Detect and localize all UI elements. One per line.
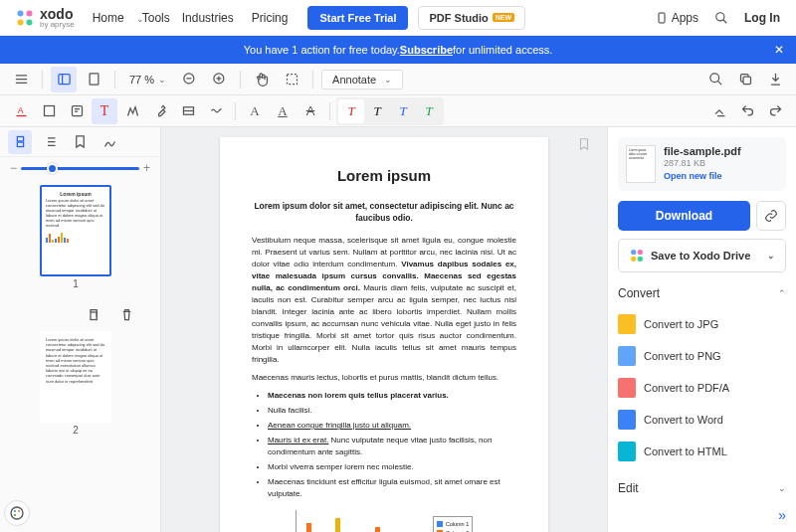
nav-pricing[interactable]: Pricing xyxy=(252,11,289,25)
panel-toggle-icon[interactable] xyxy=(51,67,77,92)
logo[interactable]: xodoby apryse xyxy=(16,6,75,29)
convert-item[interactable]: Convert to Word xyxy=(618,404,786,436)
delete-page-icon[interactable] xyxy=(113,301,139,327)
text-blue-tool[interactable]: T xyxy=(390,99,416,123)
svg-rect-6 xyxy=(58,75,69,85)
duplicate-page-icon[interactable] xyxy=(80,301,105,327)
svg-rect-20 xyxy=(91,312,97,320)
thumbnail-page-1[interactable]: Lorem ipsumLorem ipsum dolor sit amet co… xyxy=(40,185,111,289)
text-green-tool[interactable]: T xyxy=(416,99,442,123)
convert-item[interactable]: Convert to PDF/A xyxy=(618,372,786,404)
download-icon[interactable] xyxy=(762,67,788,92)
svg-point-24 xyxy=(14,514,16,516)
nav-industries[interactable]: Industries xyxy=(182,11,234,25)
edit-section-header[interactable]: Edit⌄ xyxy=(618,481,786,495)
page-para-2: Maecenas mauris lectus, lobortis et puru… xyxy=(252,372,516,384)
text-style-a2-icon[interactable]: A xyxy=(270,98,296,124)
document-viewport[interactable]: Lorem ipsum Lorem ipsum dolor sit amet, … xyxy=(161,127,607,532)
login-button[interactable]: Log In xyxy=(744,11,780,25)
squiggly-tool-icon[interactable] xyxy=(203,98,229,124)
color-palette-icon[interactable] xyxy=(4,500,30,526)
list-item: Morbi viverra semper lorem nec molestie. xyxy=(268,461,516,473)
device-icon xyxy=(656,12,668,24)
toolbar-main: 77 %⌄ Annotate⌄ xyxy=(0,64,796,95)
svg-rect-14 xyxy=(16,115,26,116)
svg-point-5 xyxy=(716,12,724,20)
zoom-level[interactable]: 77 %⌄ xyxy=(123,72,172,88)
svg-point-0 xyxy=(18,10,24,16)
page-title: Lorem ipsum xyxy=(252,165,516,188)
bookmarks-tab-icon[interactable] xyxy=(68,130,92,154)
svg-rect-7 xyxy=(90,74,99,85)
annotate-dropdown[interactable]: Annotate⌄ xyxy=(321,70,403,89)
apps-link[interactable]: Apps xyxy=(656,11,698,25)
convert-item[interactable]: Convert to HTML xyxy=(618,436,786,467)
svg-text:A: A xyxy=(17,105,23,115)
bookmark-icon[interactable] xyxy=(577,137,591,154)
highlight-pen-icon[interactable] xyxy=(147,98,173,124)
svg-point-3 xyxy=(27,19,33,25)
page-para-1: Vestibulum neque massa, scelerisque sit … xyxy=(252,235,516,366)
select-tool-icon[interactable] xyxy=(279,67,304,92)
svg-point-1 xyxy=(27,10,33,16)
chevron-up-icon: ⌃ xyxy=(778,288,786,298)
zoom-out-icon[interactable] xyxy=(176,67,202,92)
file-type-icon xyxy=(618,410,636,430)
save-to-drive-button[interactable]: Save to Xodo Drive⌄ xyxy=(618,239,786,272)
subscribe-link[interactable]: Subscribe xyxy=(400,44,453,56)
zoom-in-icon[interactable] xyxy=(206,67,232,92)
highlight-tool-icon[interactable] xyxy=(36,98,62,124)
text-black-tool[interactable]: T xyxy=(364,99,390,123)
open-new-file-link[interactable]: Open new file xyxy=(664,171,778,181)
freehand-tool-icon[interactable] xyxy=(119,98,145,124)
download-button[interactable]: Download xyxy=(618,201,750,231)
more-actions-button[interactable]: » xyxy=(618,503,786,527)
share-link-button[interactable] xyxy=(756,201,786,231)
chevron-down-icon: ⌄ xyxy=(778,483,786,493)
search-icon[interactable] xyxy=(714,11,728,25)
nav-tools[interactable]: Tools⌄ xyxy=(142,11,164,25)
strikeout-tool-icon[interactable] xyxy=(175,98,201,124)
svg-rect-19 xyxy=(17,142,23,146)
svg-point-23 xyxy=(18,510,20,512)
text-style-a1-icon[interactable]: A xyxy=(242,98,268,124)
logo-icon xyxy=(16,9,34,27)
close-banner-icon[interactable]: ✕ xyxy=(774,43,784,57)
convert-section-header[interactable]: Convert⌃ xyxy=(618,286,786,300)
text-red-tool[interactable]: T xyxy=(338,99,364,123)
svg-point-21 xyxy=(11,507,23,519)
file-name: file-sample.pdf xyxy=(664,145,778,157)
pan-tool-icon[interactable] xyxy=(249,67,275,92)
redo-icon[interactable] xyxy=(762,98,788,124)
view-mode-icon[interactable] xyxy=(81,67,106,92)
convert-item[interactable]: Convert to PNG xyxy=(618,340,786,372)
menu-icon[interactable] xyxy=(8,67,34,92)
convert-list: Convert to JPGConvert to PNGConvert to P… xyxy=(618,308,786,467)
freetext-tool-icon[interactable]: T xyxy=(92,98,117,124)
text-style-a3-icon[interactable]: A xyxy=(298,98,323,124)
eraser-tool-icon[interactable] xyxy=(706,98,732,124)
thumbnail-page-2[interactable]: Lorem ipsum dolor sit amet consectetur a… xyxy=(40,331,111,436)
svg-point-27 xyxy=(638,250,643,255)
note-tool-icon[interactable] xyxy=(64,98,90,124)
signatures-tab-icon[interactable] xyxy=(98,130,121,154)
undo-icon[interactable] xyxy=(734,98,760,124)
thumbnail-size-slider[interactable]: − + xyxy=(0,157,160,179)
file-type-icon xyxy=(618,346,636,366)
convert-item[interactable]: Convert to JPG xyxy=(618,308,786,340)
list-item: Maecenas tincidunt est efficitur ligula … xyxy=(268,476,516,500)
svg-rect-12 xyxy=(743,77,751,85)
start-free-trial-button[interactable]: Start Free Trial xyxy=(307,6,408,30)
copy-icon[interactable] xyxy=(732,67,758,92)
search-doc-icon[interactable] xyxy=(702,67,728,92)
nav-home[interactable]: Home xyxy=(93,11,124,25)
svg-rect-15 xyxy=(44,106,54,116)
chevron-down-icon: ⌄ xyxy=(767,251,775,261)
nav-items: Home Tools⌄ Industries Pricing xyxy=(93,11,289,25)
pdf-studio-button[interactable]: PDF StudioNEW xyxy=(418,6,525,30)
underline-tool-icon[interactable]: A xyxy=(8,98,34,124)
outline-tab-icon[interactable] xyxy=(38,130,62,154)
thumbnails-tab-icon[interactable] xyxy=(8,130,32,154)
file-thumbnail: Lorem ipsum dolor sit amet consectetur xyxy=(626,145,656,183)
promo-banner: You have 1 action for free today. Subscr… xyxy=(0,36,796,64)
